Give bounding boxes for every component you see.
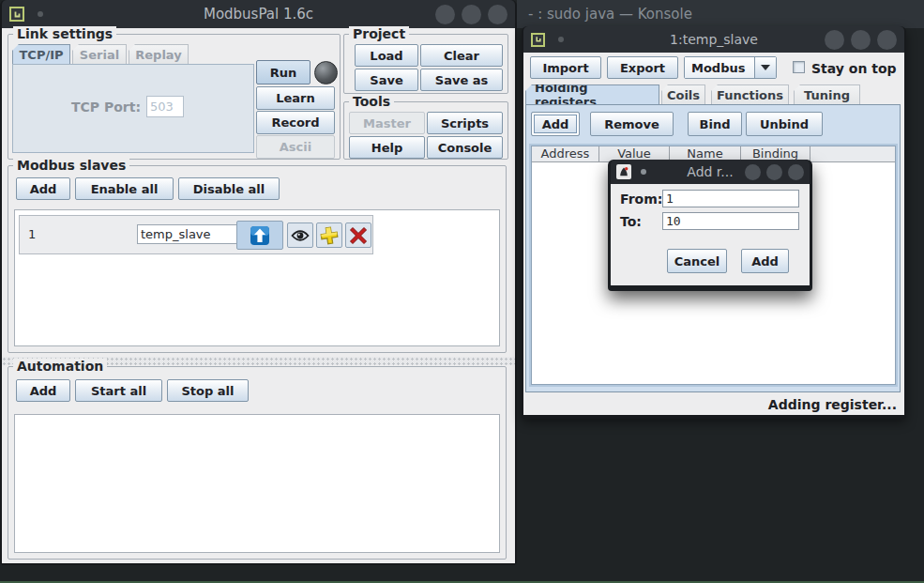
from-field[interactable]	[662, 190, 799, 207]
clear-button[interactable]: Clear	[420, 44, 503, 67]
load-button[interactable]: Load	[355, 44, 418, 67]
help-button[interactable]: Help	[349, 136, 425, 159]
modbus-slaves-title: Modbus slaves	[13, 158, 129, 173]
enable-all-button[interactable]: Enable all	[75, 177, 174, 200]
disable-all-button[interactable]: Disable all	[178, 177, 280, 200]
tab-coils-label: Coils	[667, 88, 700, 102]
import-button-label: Import	[542, 61, 588, 75]
automation-add-button-label: Add	[30, 384, 57, 398]
start-all-button[interactable]: Start all	[75, 379, 162, 402]
tab-replay-label: Replay	[135, 48, 181, 62]
tab-tuning[interactable]: Tuning	[794, 84, 860, 104]
slave-view-button[interactable]	[287, 222, 313, 248]
run-button[interactable]: Run	[256, 60, 311, 84]
modbuspal-content: Link settings TCP/IP Serial Replay TCP P…	[2, 28, 515, 563]
dialog-cancel-button-label: Cancel	[674, 254, 720, 268]
register-add-button[interactable]: Add	[531, 112, 580, 136]
export-button[interactable]: Export	[607, 56, 678, 79]
register-remove-button[interactable]: Remove	[590, 112, 674, 136]
tab-holding-registers[interactable]: Holding registers	[525, 84, 659, 104]
stay-on-top-checkbox[interactable]	[793, 61, 805, 73]
save-button[interactable]: Save	[355, 69, 418, 91]
automation-list	[14, 414, 500, 553]
ascii-button-label: Ascii	[280, 140, 311, 154]
console-button[interactable]: Console	[427, 136, 503, 159]
slave-titlebar[interactable]: 1:temp_slave	[523, 26, 904, 53]
stay-on-top-label: Stay on top	[811, 61, 897, 76]
to-field[interactable]	[662, 212, 799, 230]
modbuspal-titlebar[interactable]: ModbusPal 1.6c	[2, 0, 515, 28]
save-as-button[interactable]: Save as	[420, 69, 503, 91]
save-as-button-label: Save as	[435, 73, 488, 87]
slave-duplicate-button[interactable]	[316, 222, 342, 248]
tools-group: Tools Master Scripts Help Console	[343, 101, 508, 160]
slaves-add-button[interactable]: Add	[16, 177, 70, 200]
scripts-button-label: Scripts	[441, 116, 489, 130]
from-label: From:	[620, 192, 662, 207]
window-maximize-button[interactable]	[462, 5, 481, 24]
eye-icon	[291, 229, 310, 242]
window-close-button[interactable]	[488, 5, 507, 24]
tab-serial[interactable]: Serial	[72, 44, 127, 64]
dialog-titlebar[interactable]: Add r...	[611, 160, 810, 184]
chevron-down-icon	[754, 57, 776, 78]
run-button-label: Run	[270, 66, 297, 80]
dialog-body: From: To: Cancel Add	[611, 184, 810, 285]
window-close-button[interactable]	[788, 164, 804, 180]
master-button[interactable]: Master	[349, 112, 425, 134]
tcp-port-field[interactable]	[146, 96, 184, 117]
window-maximize-button[interactable]	[766, 164, 782, 180]
register-bind-button[interactable]: Bind	[688, 112, 742, 136]
register-remove-button-label: Remove	[604, 117, 659, 131]
dialog-cancel-button[interactable]: Cancel	[667, 249, 727, 273]
window-maximize-button[interactable]	[851, 30, 871, 50]
register-unbind-button[interactable]: Unbind	[746, 112, 823, 136]
status-text: Adding register...	[523, 394, 897, 415]
desktop: - : sudo java — Konsole ModbusPal 1.6c L…	[0, 0, 924, 583]
protocol-dropdown-value: Modbus	[685, 57, 754, 78]
learn-button[interactable]: Learn	[256, 86, 335, 110]
record-button[interactable]: Record	[256, 111, 335, 134]
help-button-label: Help	[371, 141, 402, 155]
protocol-dropdown[interactable]: Modbus	[684, 56, 777, 79]
enable-all-button-label: Enable all	[91, 182, 159, 196]
konsole-title: - : sudo java — Konsole	[528, 6, 692, 23]
scripts-button[interactable]: Scripts	[427, 112, 503, 134]
tab-tcpip[interactable]: TCP/IP	[12, 44, 70, 64]
register-unbind-button-label: Unbind	[760, 117, 809, 131]
automation-add-button[interactable]: Add	[16, 379, 70, 402]
slaves-list: 1	[14, 209, 500, 346]
window-minimize-button[interactable]	[435, 5, 455, 24]
column-header-address[interactable]: Address	[532, 146, 599, 161]
ascii-button[interactable]: Ascii	[256, 135, 335, 159]
cross-icon	[349, 226, 368, 245]
slave-name-field[interactable]	[137, 224, 247, 244]
titlebar-dot-icon	[38, 11, 43, 17]
window-minimize-button[interactable]	[745, 164, 761, 180]
konsole-titlebar[interactable]: - : sudo java — Konsole	[517, 0, 924, 28]
tab-functions[interactable]: Functions	[711, 84, 789, 104]
tab-replay[interactable]: Replay	[129, 44, 189, 64]
column-header-empty	[810, 146, 895, 161]
tab-coils[interactable]: Coils	[661, 84, 705, 104]
register-bind-button-label: Bind	[700, 117, 731, 131]
import-button[interactable]: Import	[530, 56, 601, 79]
dialog-add-button[interactable]: Add	[741, 249, 789, 273]
stop-all-button[interactable]: Stop all	[167, 379, 249, 402]
window-close-button[interactable]	[877, 30, 897, 50]
plus-icon	[319, 224, 341, 246]
window-minimize-button[interactable]	[825, 30, 844, 50]
project-group: Project Load Clear Save Save as	[343, 34, 508, 94]
export-button-label: Export	[620, 61, 665, 75]
slave-enabled-toggle-button[interactable]	[236, 221, 283, 250]
add-registers-dialog: Add r... From: To: Cancel Add	[608, 160, 812, 291]
learn-button-label: Learn	[276, 91, 315, 105]
dialog-add-button-label: Add	[751, 254, 779, 268]
java-app-icon[interactable]	[9, 7, 24, 22]
tcp-port-label: TCP Port:	[71, 100, 141, 115]
java-app-icon[interactable]	[531, 33, 545, 47]
to-label: To:	[620, 214, 642, 229]
slave-delete-button[interactable]	[345, 222, 371, 248]
tools-title: Tools	[349, 94, 394, 109]
console-button-label: Console	[438, 141, 492, 155]
